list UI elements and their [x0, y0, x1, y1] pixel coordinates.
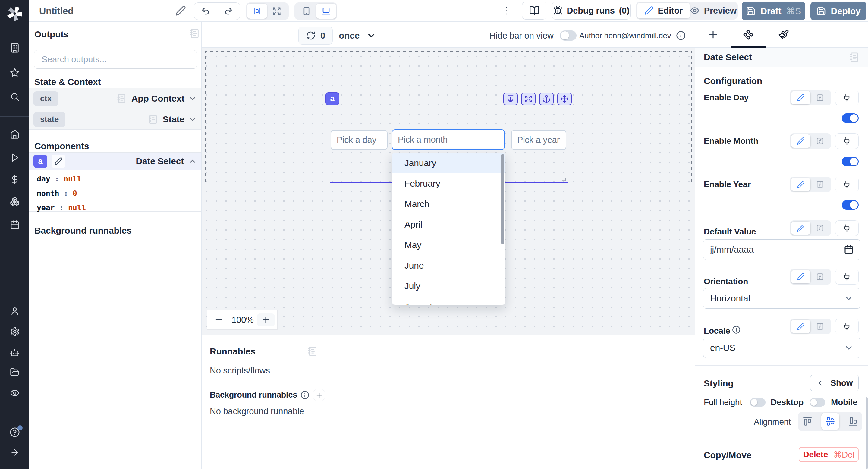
docs-button[interactable]: [522, 1, 547, 20]
sidebar-item-help[interactable]: [0, 427, 29, 437]
expression-mode-button[interactable]: [810, 222, 830, 235]
resize-corner-handle[interactable]: [561, 177, 566, 182]
mobile-view-button[interactable]: [297, 7, 316, 16]
sidebar-item-audit-logs[interactable]: [0, 388, 29, 398]
align-center-button[interactable]: [821, 413, 839, 430]
expand-canvas-button[interactable]: [267, 7, 286, 16]
dropdown-item-may[interactable]: May: [392, 235, 505, 255]
sidebar-item-schedules[interactable]: [0, 220, 29, 230]
sidebar-item-home[interactable]: [0, 129, 29, 139]
expression-mode-button[interactable]: [810, 270, 830, 283]
app-title[interactable]: Untitled: [39, 6, 73, 17]
dropdown-item-april[interactable]: April: [392, 214, 505, 235]
sidebar-item-folders[interactable]: [0, 368, 29, 377]
redo-button[interactable]: [217, 3, 240, 20]
delete-component-button[interactable]: Delete ⌘Del: [799, 447, 859, 462]
output-row-ctx[interactable]: ctx App Context: [29, 88, 201, 109]
component-fill-height-handle[interactable]: [503, 93, 518, 105]
settings-docs-icon[interactable]: [849, 52, 860, 62]
debug-runs-button[interactable]: Debug runs (0): [552, 1, 630, 20]
component-move-handle[interactable]: [557, 93, 572, 105]
add-background-runnable-button[interactable]: [313, 388, 326, 402]
component-anchor-handle[interactable]: [539, 93, 554, 105]
component-badge[interactable]: a: [326, 92, 339, 105]
output-value-month[interactable]: month : 0: [37, 189, 201, 198]
settings-scrollbar[interactable]: [866, 397, 868, 469]
refresh-button[interactable]: 0: [299, 27, 333, 44]
orientation-connect-button[interactable]: [835, 269, 859, 285]
show-styling-button[interactable]: Show: [810, 375, 859, 391]
dropdown-item-august[interactable]: August: [392, 296, 505, 305]
output-row-state[interactable]: state State: [29, 109, 201, 130]
expression-mode-button[interactable]: [810, 178, 830, 191]
windmill-logo[interactable]: [0, 0, 29, 27]
sidebar-item-workspace[interactable]: [0, 43, 29, 53]
sidebar-item-account[interactable]: [0, 306, 29, 316]
orientation-select[interactable]: Horizontal: [703, 288, 861, 309]
static-mode-button[interactable]: [791, 222, 810, 235]
default-value-connect-button[interactable]: [835, 220, 859, 236]
global-styling-tab[interactable]: [766, 22, 801, 48]
component-row-date-select[interactable]: a Date Select: [29, 152, 201, 170]
sidebar-item-runs[interactable]: [0, 153, 29, 162]
expression-mode-button[interactable]: [810, 91, 830, 104]
rename-app-button[interactable]: [176, 5, 186, 16]
dropdown-item-january[interactable]: January: [392, 153, 505, 173]
sidebar-item-variables[interactable]: [0, 175, 29, 184]
more-options-button[interactable]: [501, 5, 512, 16]
undo-button[interactable]: [194, 3, 217, 20]
enable-month-connect-button[interactable]: [835, 133, 859, 149]
editor-tab[interactable]: Editor: [637, 3, 690, 19]
sidebar-item-settings[interactable]: [0, 327, 29, 336]
dropdown-item-june[interactable]: June: [392, 255, 505, 276]
sidebar-item-favorites[interactable]: [0, 68, 29, 77]
dropdown-item-march[interactable]: March: [392, 194, 505, 214]
component-expand-handle[interactable]: [521, 93, 535, 105]
sidebar-item-resources[interactable]: [0, 196, 29, 206]
expression-mode-button[interactable]: [810, 320, 830, 333]
dropdown-item-july[interactable]: July: [392, 276, 505, 296]
sidebar-item-search[interactable]: [0, 92, 29, 101]
month-select-input[interactable]: Pick a month: [392, 129, 505, 150]
rename-component-button[interactable]: [52, 155, 65, 168]
insert-component-tab[interactable]: [695, 22, 731, 48]
output-value-day[interactable]: day : null: [37, 175, 201, 183]
enable-year-toggle[interactable]: [842, 200, 859, 210]
static-mode-button[interactable]: [791, 91, 810, 104]
year-select-input[interactable]: Pick a year: [511, 130, 566, 150]
app-canvas[interactable]: a Pick a day Pick a month Pick a year Ja…: [202, 48, 695, 335]
sidebar-item-expand[interactable]: [0, 447, 29, 457]
info-icon[interactable]: [676, 31, 686, 40]
default-value-date-input[interactable]: jj/mm/aaaa: [703, 239, 861, 260]
dropdown-scrollbar[interactable]: [501, 154, 504, 245]
locale-select[interactable]: en-US: [703, 338, 861, 358]
zoom-in-button[interactable]: [257, 313, 275, 326]
run-mode-select[interactable]: once: [339, 27, 376, 44]
enable-day-toggle[interactable]: [842, 113, 859, 123]
enable-year-connect-button[interactable]: [835, 177, 859, 192]
static-mode-button[interactable]: [791, 134, 810, 148]
align-bottom-button[interactable]: [849, 417, 858, 426]
expression-mode-button[interactable]: [810, 134, 830, 148]
output-value-year[interactable]: year : null: [37, 204, 201, 212]
desktop-view-button[interactable]: [316, 4, 336, 19]
outputs-docs-icon[interactable]: [190, 28, 200, 39]
static-mode-button[interactable]: [791, 178, 810, 191]
preview-tab[interactable]: Preview: [690, 6, 737, 16]
full-height-mobile-toggle[interactable]: [809, 398, 825, 407]
component-settings-tab[interactable]: [731, 22, 766, 48]
runnables-docs-icon[interactable]: [308, 346, 318, 356]
sidebar-item-workers[interactable]: [0, 348, 29, 357]
deploy-button[interactable]: Deploy: [810, 2, 867, 20]
static-mode-button[interactable]: [791, 270, 810, 283]
align-top-button[interactable]: [803, 417, 812, 426]
day-select-input[interactable]: Pick a day: [331, 130, 388, 150]
calendar-icon[interactable]: [844, 245, 854, 254]
draft-save-button[interactable]: Draft ⌘S: [742, 2, 805, 20]
search-outputs-input[interactable]: [34, 50, 197, 69]
enable-day-connect-button[interactable]: [835, 90, 859, 105]
center-canvas-button[interactable]: [247, 4, 267, 19]
hide-bar-toggle[interactable]: [560, 30, 577, 41]
dropdown-item-february[interactable]: February: [392, 173, 505, 194]
locale-connect-button[interactable]: [835, 319, 859, 334]
